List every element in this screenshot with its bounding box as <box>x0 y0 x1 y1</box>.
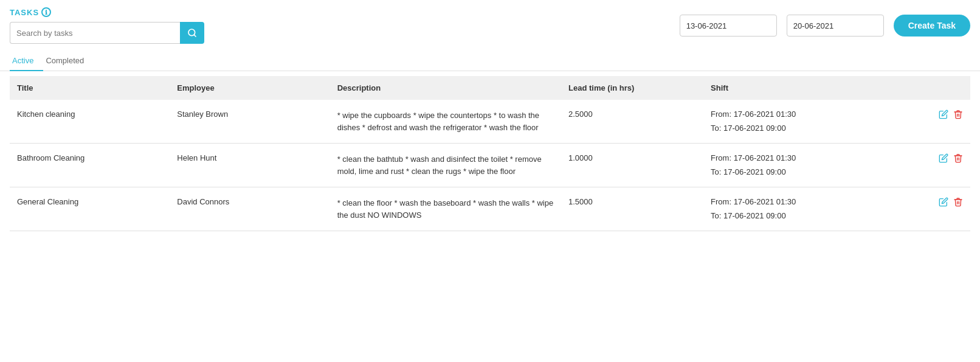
cell-description: * clean the floor * wash the baseboard *… <box>330 187 561 231</box>
col-header-actions <box>899 76 970 100</box>
delete-icon[interactable] <box>953 110 963 122</box>
create-task-button[interactable]: Create Task <box>894 15 970 37</box>
search-button[interactable] <box>180 22 204 44</box>
cell-leadtime: 1.5000 <box>561 187 703 231</box>
tab-completed[interactable]: Completed <box>43 51 94 71</box>
col-header-title: Title <box>10 76 170 100</box>
cell-employee: Helen Hunt <box>170 144 330 187</box>
cell-employee: Stanley Brown <box>170 100 330 144</box>
table-row: Bathroom Cleaning Helen Hunt * clean the… <box>10 144 970 187</box>
search-area <box>10 22 204 44</box>
cell-actions <box>899 144 970 187</box>
table-header-row: Title Employee Description Lead time (in… <box>10 76 970 100</box>
tasks-label: TASKS <box>10 8 39 17</box>
cell-employee: David Connors <box>170 187 330 231</box>
date-to-input[interactable] <box>787 15 884 37</box>
cell-shift: From: 17-06-2021 01:30 To: 17-06-2021 09… <box>703 144 899 187</box>
delete-icon[interactable] <box>953 197 963 209</box>
col-header-shift: Shift <box>703 76 899 100</box>
info-icon[interactable]: ℹ <box>41 7 51 17</box>
col-header-description: Description <box>330 76 561 100</box>
cell-title: General Cleaning <box>10 187 170 231</box>
date-from-input[interactable] <box>680 15 777 37</box>
tab-active[interactable]: Active <box>10 51 43 71</box>
cell-title: Kitchen cleaning <box>10 100 170 144</box>
shift-to: To: 17-06-2021 09:00 <box>711 211 892 220</box>
tasks-table: Title Employee Description Lead time (in… <box>10 76 970 231</box>
svg-line-1 <box>194 35 196 37</box>
cell-shift: From: 17-06-2021 01:30 To: 17-06-2021 09… <box>703 187 899 231</box>
table-row: Kitchen cleaning Stanley Brown * wipe th… <box>10 100 970 144</box>
shift-to: To: 17-06-2021 09:00 <box>711 167 892 176</box>
cell-actions <box>899 187 970 231</box>
delete-icon[interactable] <box>953 153 963 165</box>
table-row: General Cleaning David Connors * clean t… <box>10 187 970 231</box>
cell-title: Bathroom Cleaning <box>10 144 170 187</box>
header: TASKS ℹ Create Task <box>0 0 980 49</box>
shift-from: From: 17-06-2021 01:30 <box>711 153 892 162</box>
table-container: Title Employee Description Lead time (in… <box>0 76 980 231</box>
shift-from: From: 17-06-2021 01:30 <box>711 197 892 206</box>
edit-icon[interactable] <box>939 110 948 122</box>
cell-actions <box>899 100 970 144</box>
cell-shift: From: 17-06-2021 01:30 To: 17-06-2021 09… <box>703 100 899 144</box>
cell-description: * wipe the cupboards * wipe the countert… <box>330 100 561 144</box>
cell-description: * clean the bathtub * wash and disinfect… <box>330 144 561 187</box>
shift-to: To: 17-06-2021 09:00 <box>711 124 892 133</box>
cell-leadtime: 2.5000 <box>561 100 703 144</box>
shift-from: From: 17-06-2021 01:30 <box>711 110 892 119</box>
col-header-leadtime: Lead time (in hrs) <box>561 76 703 100</box>
search-icon <box>187 28 197 38</box>
search-input[interactable] <box>10 22 180 44</box>
cell-leadtime: 1.0000 <box>561 144 703 187</box>
tabs-area: Active Completed <box>0 51 980 71</box>
edit-icon[interactable] <box>939 153 948 165</box>
tasks-title: TASKS ℹ <box>10 7 204 17</box>
col-header-employee: Employee <box>170 76 330 100</box>
edit-icon[interactable] <box>939 197 948 209</box>
